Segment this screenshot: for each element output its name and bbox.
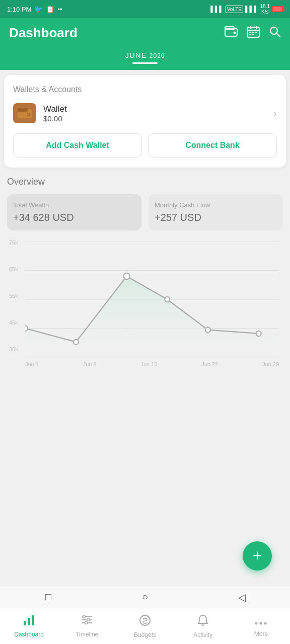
- chart-area: [25, 242, 279, 359]
- status-left: 1:10 PM 🐦 📋 ••: [7, 5, 62, 13]
- svg-point-36: [83, 615, 85, 618]
- svg-rect-32: [32, 615, 34, 625]
- total-wealth-value: +34 628 USD: [13, 212, 135, 223]
- total-wealth-label: Total Wealth: [13, 201, 135, 209]
- svg-rect-10: [249, 34, 251, 35]
- more-icon: [255, 615, 267, 628]
- android-nav-bar: □ ○ ◁: [0, 586, 290, 608]
- x-label-jun29: Jun 29: [262, 361, 279, 367]
- timeline-icon: [81, 615, 93, 629]
- svg-point-25: [74, 339, 79, 344]
- android-back-button[interactable]: ◁: [235, 590, 249, 604]
- svg-line-13: [277, 33, 280, 37]
- total-wealth-card: Total Wealth +34 628 USD: [7, 194, 141, 230]
- page-title: Dashboard: [9, 25, 78, 41]
- volte-icon: VoLTE: [226, 6, 243, 13]
- svg-point-27: [165, 297, 170, 302]
- wallets-section-title: Wallets & Accounts: [13, 85, 277, 94]
- header-icons: [225, 26, 281, 41]
- twitter-icon: 🐦: [34, 5, 43, 13]
- cash-flow-label: Monthly Cash Flow: [155, 201, 277, 209]
- dashboard-icon: [23, 615, 35, 629]
- status-bar: 1:10 PM 🐦 📋 •• ▌▌▌ VoLTE ▌▌▌ 18.1 K/s: [0, 0, 290, 18]
- status-right: ▌▌▌ VoLTE ▌▌▌ 18.1 K/s: [210, 4, 283, 15]
- month-text: JUNE: [125, 51, 147, 59]
- y-label-75k: 75k: [9, 239, 18, 246]
- y-label-45k: 45k: [9, 319, 18, 326]
- svg-point-41: [260, 622, 262, 624]
- cash-flow-card: Monthly Cash Flow +257 USD: [149, 194, 283, 230]
- x-label-jun22: Jun 22: [201, 361, 218, 367]
- nav-label-timeline: Timeline: [76, 631, 98, 638]
- android-home-button[interactable]: ○: [138, 590, 152, 604]
- connect-bank-button[interactable]: Connect Bank: [148, 133, 277, 157]
- signal2-icon: ▌▌▌: [245, 6, 258, 13]
- month-selector[interactable]: JUNE 2020: [9, 51, 281, 70]
- chart-x-labels: Jun 1 Jun 8 Jun 15 Jun 22 Jun 29: [25, 361, 279, 367]
- overview-cards: Total Wealth +34 628 USD Monthly Cash Fl…: [7, 194, 283, 230]
- chevron-right-icon[interactable]: ›: [273, 108, 277, 119]
- header-top: Dashboard: [9, 25, 281, 41]
- square-icon: □: [45, 591, 51, 603]
- svg-rect-30: [24, 621, 26, 625]
- year-text: 2020: [150, 52, 165, 59]
- battery-icon: [272, 6, 283, 12]
- add-cash-wallet-button[interactable]: Add Cash Wallet: [13, 133, 142, 157]
- x-label-jun1: Jun 1: [25, 361, 39, 367]
- chart-container: 75k 65k 55k 45k 35k: [7, 239, 283, 372]
- android-square-button[interactable]: □: [41, 590, 55, 604]
- svg-point-28: [205, 327, 210, 332]
- svg-rect-7: [249, 32, 251, 33]
- y-label-55k: 55k: [9, 293, 18, 299]
- cash-flow-value: +257 USD: [155, 212, 277, 223]
- nav-label-budgets: Budgets: [134, 631, 156, 638]
- wallets-card: Wallets & Accounts Wallet $0.00: [4, 75, 286, 168]
- budgets-icon: [139, 614, 151, 629]
- x-label-jun15: Jun 15: [140, 361, 157, 367]
- svg-rect-31: [28, 618, 30, 625]
- svg-point-37: [87, 618, 89, 621]
- activity-icon: [197, 614, 208, 629]
- nav-item-timeline[interactable]: Timeline: [58, 608, 116, 644]
- wallet-icon-box: [13, 103, 36, 123]
- nav-item-activity[interactable]: Activity: [174, 608, 232, 644]
- time: 1:10 PM: [7, 6, 31, 13]
- wallet-row: Wallet $0.00 ›: [13, 103, 277, 123]
- dots-icon: ••: [57, 6, 62, 13]
- overview-section: Overview Total Wealth +34 628 USD Monthl…: [0, 174, 290, 378]
- bottom-nav: Dashboard Timeline: [0, 608, 290, 644]
- svg-rect-15: [18, 108, 28, 112]
- search-icon[interactable]: [269, 26, 281, 41]
- svg-marker-23: [25, 276, 279, 357]
- wallet-icon[interactable]: [225, 26, 238, 40]
- nav-label-dashboard: Dashboard: [14, 631, 44, 638]
- app-header: Dashboard: [0, 18, 290, 70]
- nav-item-dashboard[interactable]: Dashboard: [0, 608, 58, 644]
- month-underline: [132, 62, 158, 64]
- circle-icon: ○: [142, 591, 148, 603]
- nav-label-activity: Activity: [193, 631, 212, 638]
- fab-add-button[interactable]: +: [243, 541, 272, 571]
- svg-point-38: [85, 621, 87, 624]
- y-label-35k: 35k: [9, 346, 18, 352]
- svg-point-17: [28, 114, 30, 115]
- app-icon: 📋: [46, 5, 54, 13]
- nav-item-budgets[interactable]: Budgets: [116, 608, 174, 644]
- chart-y-labels: 75k 65k 55k 45k 35k: [9, 239, 18, 352]
- wallet-balance: $0.00: [43, 114, 67, 123]
- wallet-details: Wallet $0.00: [43, 104, 67, 123]
- triangle-icon: ◁: [238, 591, 246, 603]
- signal-icon: ▌▌▌: [210, 6, 224, 13]
- svg-point-2: [234, 31, 236, 34]
- nav-item-more[interactable]: More: [232, 608, 290, 644]
- svg-point-24: [25, 326, 28, 331]
- svg-rect-8: [252, 32, 254, 33]
- svg-point-29: [256, 331, 261, 336]
- svg-point-42: [264, 622, 267, 624]
- chart-svg: [25, 242, 279, 357]
- network-speed: 18.1 K/s: [260, 4, 270, 15]
- svg-point-26: [124, 273, 130, 280]
- nav-label-more: More: [254, 630, 268, 637]
- calendar-icon[interactable]: [247, 26, 260, 41]
- svg-point-40: [255, 622, 258, 624]
